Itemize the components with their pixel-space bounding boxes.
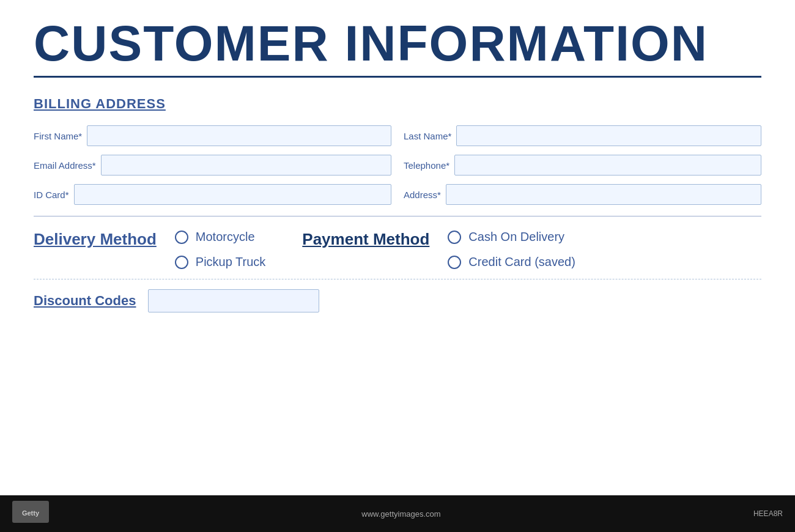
- watermark-logo: Getty: [12, 501, 49, 527]
- telephone-label: Telephone*: [404, 160, 449, 171]
- email-input[interactable]: [101, 155, 391, 175]
- id-card-label: ID Card*: [34, 190, 69, 200]
- title-divider: [34, 76, 761, 78]
- email-phone-row: Email Address* Telephone*: [34, 155, 761, 175]
- first-name-input[interactable]: [87, 125, 391, 146]
- id-card-input[interactable]: [74, 184, 391, 205]
- first-name-label: First Name*: [34, 131, 82, 141]
- discount-input[interactable]: [148, 289, 319, 312]
- last-name-label: Last Name*: [404, 131, 451, 141]
- id-address-row: ID Card* Address*: [34, 184, 761, 205]
- cod-label: Cash On Delivery: [468, 230, 564, 244]
- svg-text:Getty: Getty: [22, 509, 40, 517]
- delivery-label: Delivery Method: [34, 230, 157, 249]
- payment-credit-card[interactable]: Credit Card (saved): [448, 255, 575, 269]
- page-wrapper: CUSTOMER INFORMATION BILLING ADDRESS Fir…: [0, 0, 795, 532]
- page-title: CUSTOMER INFORMATION: [34, 18, 761, 68]
- address-label: Address*: [404, 190, 441, 200]
- telephone-group: Telephone*: [404, 155, 761, 175]
- motorcycle-label: Motorcycle: [196, 230, 255, 244]
- cod-radio[interactable]: [448, 231, 461, 244]
- billing-section-title: BILLING ADDRESS: [34, 96, 761, 112]
- payment-label: Payment Method: [302, 230, 429, 249]
- credit-card-label: Credit Card (saved): [468, 255, 575, 269]
- delivery-pickup-truck[interactable]: Pickup Truck: [175, 255, 265, 269]
- first-name-group: First Name*: [34, 125, 391, 146]
- delivery-payment-divider: [34, 279, 761, 279]
- payment-options: Cash On Delivery Credit Card (saved): [448, 230, 575, 269]
- discount-label: Discount Codes: [34, 293, 136, 309]
- form-container: CUSTOMER INFORMATION BILLING ADDRESS Fir…: [0, 0, 795, 532]
- discount-section: Discount Codes: [34, 289, 761, 312]
- delivery-options: Motorcycle Pickup Truck: [175, 230, 265, 269]
- address-group: Address*: [404, 184, 761, 205]
- motorcycle-radio[interactable]: [175, 231, 188, 244]
- telephone-input[interactable]: [454, 155, 761, 175]
- last-name-group: Last Name*: [404, 125, 761, 146]
- email-label: Email Address*: [34, 160, 96, 171]
- billing-divider: [34, 216, 761, 216]
- delivery-block: Delivery Method Motorcycle Pickup Truck: [34, 227, 265, 269]
- address-input[interactable]: [446, 184, 761, 205]
- name-row: First Name* Last Name*: [34, 125, 761, 146]
- pickup-truck-radio[interactable]: [175, 256, 188, 269]
- id-card-group: ID Card*: [34, 184, 391, 205]
- credit-card-radio[interactable]: [448, 256, 461, 269]
- watermark-bar: Getty www.gettyimages.com HEEA8R: [0, 495, 795, 532]
- delivery-motorcycle[interactable]: Motorcycle: [175, 230, 265, 244]
- pickup-truck-label: Pickup Truck: [196, 255, 265, 269]
- email-group: Email Address*: [34, 155, 391, 175]
- payment-block: Payment Method Cash On Delivery Credit C…: [302, 227, 575, 269]
- payment-cod[interactable]: Cash On Delivery: [448, 230, 575, 244]
- last-name-input[interactable]: [456, 125, 761, 146]
- delivery-payment-section: Delivery Method Motorcycle Pickup Truck …: [34, 227, 761, 269]
- watermark-code: HEEA8R: [753, 509, 783, 518]
- watermark-url: www.gettyimages.com: [361, 509, 440, 519]
